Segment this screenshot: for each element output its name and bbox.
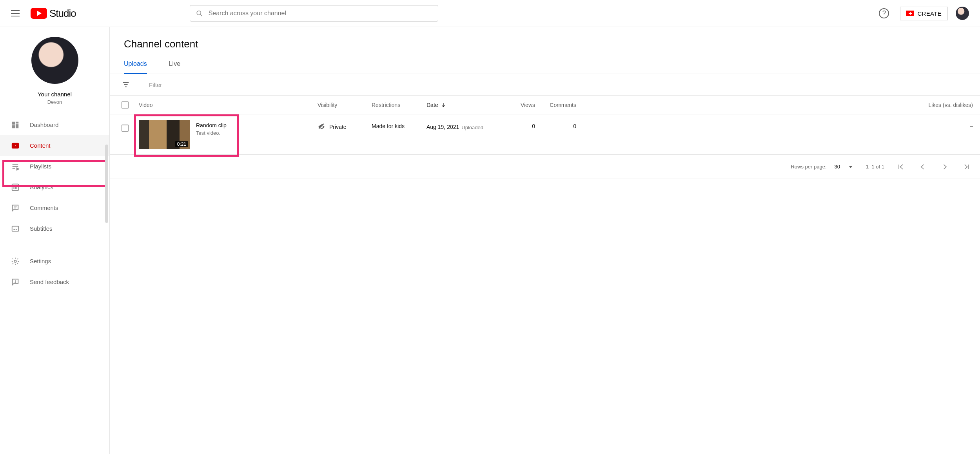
next-page-button[interactable] bbox=[939, 163, 950, 171]
pagination: Rows per page: 30 1–1 of 1 bbox=[110, 155, 980, 179]
sidebar-item-settings[interactable]: Settings bbox=[0, 251, 109, 271]
create-icon bbox=[906, 11, 914, 16]
logo-text: Studio bbox=[49, 7, 76, 20]
col-header-date[interactable]: Date bbox=[426, 102, 494, 108]
comments-icon bbox=[11, 204, 20, 212]
sidebar-item-label: Comments bbox=[30, 204, 58, 211]
body: Your channel Devon Dashboard Content Pla… bbox=[0, 27, 980, 454]
channel-name: Devon bbox=[8, 99, 102, 105]
channel-avatar bbox=[31, 37, 78, 84]
comments-value: 0 bbox=[535, 120, 576, 129]
feedback-icon bbox=[11, 278, 20, 286]
col-header-comments[interactable]: Comments bbox=[535, 102, 576, 108]
sidebar: Your channel Devon Dashboard Content Pla… bbox=[0, 27, 110, 454]
svg-rect-15 bbox=[16, 185, 17, 189]
video-cell[interactable]: 0:21 Random clip Test video. bbox=[139, 120, 318, 149]
subtitles-icon bbox=[11, 224, 20, 233]
sidebar-item-label: Settings bbox=[30, 258, 51, 264]
video-description: Test video. bbox=[196, 130, 227, 136]
table-header: Video Visibility Restrictions Date Views… bbox=[110, 96, 980, 114]
likes-value: – bbox=[576, 120, 980, 129]
sidebar-item-feedback[interactable]: Send feedback bbox=[0, 271, 109, 292]
sidebar-item-label: Send feedback bbox=[30, 279, 69, 285]
svg-rect-5 bbox=[12, 125, 15, 128]
logo[interactable]: Studio bbox=[31, 7, 76, 20]
create-button[interactable]: CREATE bbox=[900, 7, 948, 20]
sidebar-item-label: Content bbox=[30, 142, 51, 149]
content-icon bbox=[11, 141, 20, 150]
col-header-restrictions[interactable]: Restrictions bbox=[372, 102, 426, 108]
svg-point-0 bbox=[197, 11, 201, 15]
sidebar-item-label: Subtitles bbox=[30, 225, 53, 232]
svg-marker-11 bbox=[17, 168, 19, 170]
svg-marker-28 bbox=[849, 166, 853, 168]
last-page-button[interactable] bbox=[961, 163, 972, 171]
svg-rect-4 bbox=[16, 124, 18, 128]
date-status: Uploaded bbox=[461, 125, 483, 130]
svg-line-1 bbox=[200, 14, 202, 16]
svg-point-23 bbox=[15, 282, 15, 283]
svg-rect-2 bbox=[12, 121, 15, 124]
svg-point-21 bbox=[14, 260, 16, 262]
topbar: Studio ? CREATE bbox=[0, 0, 980, 27]
caret-down-icon bbox=[849, 166, 853, 168]
sidebar-item-dashboard[interactable]: Dashboard bbox=[0, 114, 109, 135]
col-header-video[interactable]: Video bbox=[139, 102, 318, 108]
help-button[interactable]: ? bbox=[879, 8, 889, 18]
arrow-down-icon bbox=[441, 102, 446, 108]
row-checkbox[interactable] bbox=[122, 125, 129, 132]
page-title: Channel content bbox=[110, 38, 980, 50]
rows-per-page-label: Rows per page: bbox=[791, 164, 826, 170]
sidebar-item-subtitles[interactable]: Subtitles bbox=[0, 218, 109, 239]
filter-bar[interactable]: Filter bbox=[110, 74, 980, 96]
svg-rect-13 bbox=[13, 187, 14, 189]
filter-placeholder: Filter bbox=[149, 81, 162, 88]
views-value: 0 bbox=[494, 120, 535, 129]
sidebar-item-content[interactable]: Content bbox=[0, 135, 109, 156]
sidebar-item-label: Playlists bbox=[30, 163, 51, 170]
scrollbar-indicator[interactable] bbox=[105, 145, 108, 223]
range-label: 1–1 of 1 bbox=[866, 164, 884, 170]
search-input[interactable] bbox=[209, 10, 432, 17]
sidebar-item-label: Dashboard bbox=[30, 121, 58, 128]
channel-block[interactable]: Your channel Devon bbox=[0, 37, 109, 114]
main-content: Channel content Uploads Live Filter Vide… bbox=[110, 27, 980, 454]
playlists-icon bbox=[11, 162, 20, 171]
prev-page-button[interactable] bbox=[917, 163, 928, 171]
tab-live[interactable]: Live bbox=[169, 60, 180, 74]
channel-heading: Your channel bbox=[8, 91, 102, 98]
youtube-play-icon bbox=[31, 8, 47, 19]
tab-uploads[interactable]: Uploads bbox=[124, 60, 147, 74]
search-box[interactable] bbox=[190, 5, 438, 22]
col-header-visibility[interactable]: Visibility bbox=[318, 102, 372, 108]
col-header-views[interactable]: Views bbox=[494, 102, 535, 108]
gear-icon bbox=[11, 257, 20, 266]
video-title: Random clip bbox=[196, 122, 227, 128]
restrictions-value: Made for kids bbox=[372, 120, 426, 129]
private-icon bbox=[318, 123, 325, 131]
sidebar-item-comments[interactable]: Comments bbox=[0, 197, 109, 218]
sidebar-item-playlists[interactable]: Playlists bbox=[0, 156, 109, 177]
first-page-button[interactable] bbox=[895, 163, 906, 171]
sidebar-item-analytics[interactable]: Analytics bbox=[0, 177, 109, 197]
visibility-value: Private bbox=[329, 124, 347, 130]
hamburger-menu-button[interactable] bbox=[11, 9, 20, 18]
select-all-checkbox[interactable] bbox=[122, 101, 129, 109]
search-icon bbox=[196, 9, 203, 17]
svg-rect-3 bbox=[16, 121, 18, 123]
sidebar-item-label: Analytics bbox=[30, 184, 53, 190]
dashboard-icon bbox=[11, 121, 20, 129]
filter-icon bbox=[122, 80, 130, 89]
create-label: CREATE bbox=[917, 10, 942, 17]
tabs: Uploads Live bbox=[110, 60, 980, 74]
rows-per-page-select[interactable]: 30 bbox=[832, 162, 855, 171]
table-row[interactable]: 0:21 Random clip Test video. Private Mad… bbox=[110, 114, 980, 155]
video-duration: 0:21 bbox=[175, 141, 188, 147]
date-value: Aug 19, 2021 bbox=[426, 124, 459, 130]
video-thumbnail[interactable]: 0:21 bbox=[139, 120, 190, 149]
search-container bbox=[190, 5, 438, 22]
svg-rect-18 bbox=[12, 226, 19, 231]
account-avatar[interactable] bbox=[956, 7, 969, 20]
analytics-icon bbox=[11, 183, 20, 192]
col-header-likes[interactable]: Likes (vs. dislikes) bbox=[576, 102, 980, 108]
